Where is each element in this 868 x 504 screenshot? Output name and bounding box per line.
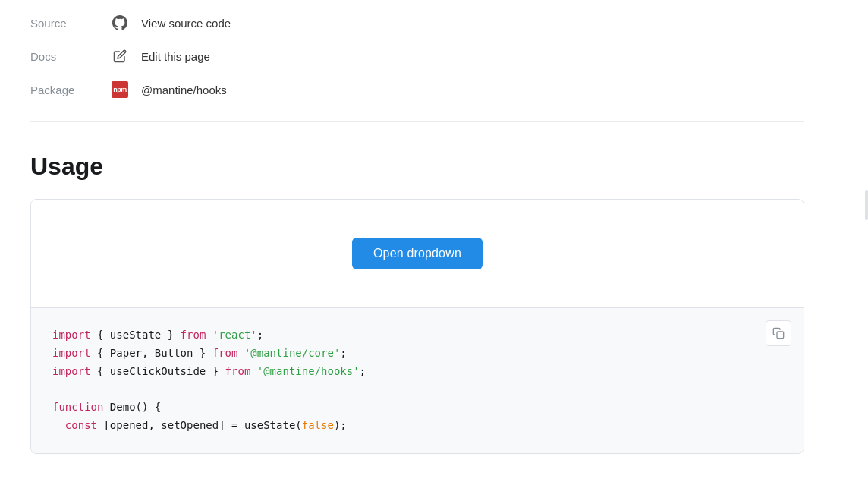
- docs-label: Docs: [30, 50, 99, 63]
- usage-section: Usage Open dropdown import { useState } …: [30, 122, 804, 469]
- docs-link[interactable]: Edit this page: [141, 50, 210, 63]
- code-line-1: import { useState } from 'react';: [52, 326, 782, 345]
- code-line-5: function Demo() {: [52, 398, 782, 417]
- usage-heading: Usage: [30, 153, 804, 181]
- copy-code-button[interactable]: [766, 320, 791, 346]
- code-line-6: const [opened, setOpened] = useState(fal…: [52, 417, 782, 435]
- github-icon: [111, 14, 129, 32]
- package-link[interactable]: @mantine/hooks: [141, 83, 227, 96]
- code-line-4: [52, 380, 782, 398]
- package-label: Package: [30, 83, 99, 96]
- pencil-icon: [111, 47, 129, 65]
- npm-icon: npm: [111, 80, 129, 99]
- svg-rect-0: [777, 332, 784, 339]
- docs-row: Docs Edit this page: [30, 39, 804, 73]
- code-block: import { useState } from 'react'; import…: [31, 308, 804, 453]
- open-dropdown-button[interactable]: Open dropdown: [352, 238, 483, 269]
- demo-box: Open dropdown import { useState } from '…: [30, 199, 804, 454]
- code-line-2: import { Paper, Button } from '@mantine/…: [52, 345, 782, 363]
- demo-preview: Open dropdown: [31, 200, 804, 308]
- package-row: Package npm @mantine/hooks: [30, 73, 804, 106]
- code-line-3: import { useClickOutside } from '@mantin…: [52, 363, 782, 381]
- source-label: Source: [30, 17, 99, 30]
- info-table: Source View source code Docs Edit this p…: [30, 0, 804, 122]
- source-link[interactable]: View source code: [141, 17, 231, 30]
- source-row: Source View source code: [30, 6, 804, 39]
- scrollbar-indicator: [865, 190, 868, 220]
